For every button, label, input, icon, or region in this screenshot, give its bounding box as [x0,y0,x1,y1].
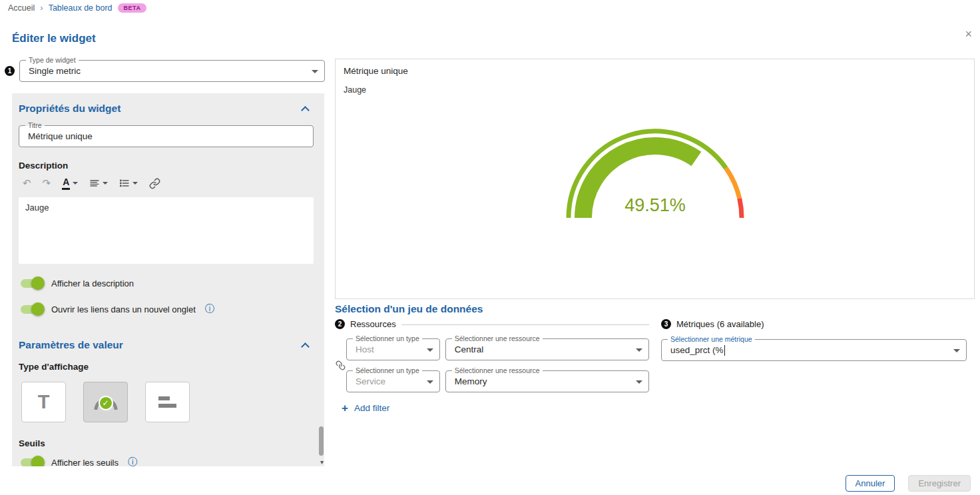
resource-type-select-2-label: Sélectionner un type [353,366,422,375]
resource-type-select-2-value: Service [356,376,385,386]
resource-type-select-1-label: Sélectionner un type [353,334,422,343]
info-icon[interactable]: ⓘ [205,303,214,315]
show-thresholds-toggle[interactable] [21,458,43,467]
resources-subheader: 2 Ressources [335,319,649,329]
caret-down-icon [953,349,960,352]
plus-icon: + [342,402,348,414]
resource-select-1[interactable]: Sélectionner une ressource Central [445,338,649,360]
footer-actions: Annuler Enregistrer [846,475,971,492]
page-title: Éditer le widget [12,32,96,45]
resource-row: Sélectionner un type Host Sélectionner u… [346,338,649,360]
step-3-badge: 3 [661,319,671,329]
chevron-up-icon[interactable] [301,342,310,351]
display-type-bar-button[interactable] [145,382,190,422]
resources-column: 2 Ressources Sélectionner un type Host S… [335,319,649,414]
display-type-gauge-button[interactable]: ✓ [83,382,128,422]
beta-badge: BETA [118,3,147,13]
display-type-label: Type d'affichage [19,362,314,372]
resource-rows: Sélectionner un type Host Sélectionner u… [346,338,649,392]
resource-select-2-value: Memory [455,376,487,386]
metrics-column: 3 Métriques (6 available) Sélectionner u… [661,319,975,361]
add-filter-button[interactable]: + Add filter [342,402,649,414]
list-button[interactable] [119,178,138,189]
metrics-subheader: 3 Métriques (6 available) [661,319,975,329]
show-description-row: Afficher la description [19,278,314,288]
align-icon [89,178,100,189]
chevron-up-icon[interactable] [301,106,310,115]
preview-title: Métrique unique [344,66,966,76]
breadcrumb: Accueil › Tableaux de bord BETA [8,3,146,13]
resource-select-2-label: Sélectionner une ressource [452,366,543,375]
save-button[interactable]: Enregistrer [908,475,971,492]
resource-select-1-label: Sélectionner une ressource [452,334,543,343]
add-filter-label: Add filter [354,403,389,413]
caret-down-icon [103,182,108,185]
metric-select[interactable]: Sélectionner une métrique used_prct (% [661,339,967,361]
gauge-value: 49.51% [624,195,686,215]
list-icon [119,178,130,189]
description-label: Description [19,161,314,171]
value-params-section-header[interactable]: Paramètres de valeur [19,339,314,351]
divider [401,324,649,325]
metric-select-value: used_prct (% [670,345,724,355]
resource-type-select-2[interactable]: Sélectionner un type Service [346,370,440,392]
dataset-heading: Sélection d'un jeu de données [335,303,975,315]
open-links-label: Ouvrir les liens dans un nouvel onglet [51,304,196,314]
step-1-badge: 1 [5,66,15,76]
gauge-threshold-arc-warning [726,168,739,198]
caret-down-icon [312,70,318,73]
caret-down-icon [636,348,642,352]
resource-type-select-1-value: Host [356,344,374,354]
undo-icon[interactable]: ↶ [23,177,31,189]
value-params-heading: Paramètres de valeur [19,339,123,351]
show-description-label: Afficher la description [51,278,134,288]
description-textarea[interactable]: Jauge [19,197,314,264]
rich-text-toolbar: ↶ ↷ A [23,176,314,191]
scroll-down-icon[interactable]: ▾ [320,459,324,466]
show-thresholds-row: Afficher les seuils ⓘ [19,456,314,466]
breadcrumb-current-link[interactable]: Tableaux de bord [49,3,113,13]
widget-type-row: 1 Type de widget Single metric [5,60,325,82]
widget-settings-panel: Propriétés du widget Titre Métrique uniq… [12,93,324,466]
metrics-label: Métriques (6 available) [676,319,764,329]
align-button[interactable] [89,178,108,189]
title-input-value: Métrique unique [28,131,93,141]
open-links-toggle[interactable] [21,305,43,314]
caret-down-icon [636,380,642,384]
properties-heading: Propriétés du widget [19,103,121,115]
widget-type-select[interactable]: Type de widget Single metric [19,60,325,82]
resource-select-2[interactable]: Sélectionner une ressource Memory [445,370,649,392]
display-type-options: T ✓ [21,382,314,422]
caret-down-icon [427,380,433,384]
resource-row: Sélectionner un type Service Sélectionne… [346,370,649,392]
widget-type-select-value: Single metric [29,66,81,76]
link-button[interactable] [149,178,160,189]
properties-section-header[interactable]: Propriétés du widget [19,103,314,115]
chevron-right-icon: › [40,3,43,13]
thresholds-label: Seuils [19,438,314,448]
step-2-badge: 2 [335,319,345,329]
title-input-label: Titre [25,121,45,130]
breadcrumb-home-link[interactable]: Accueil [8,3,35,13]
gauge-chart: 49.51% [562,122,748,226]
widget-type-select-label: Type de widget [26,56,79,65]
metric-select-label: Sélectionner une métrique [668,335,755,344]
cancel-button[interactable]: Annuler [846,475,895,492]
dataset-section: Sélection d'un jeu de données 2 Ressourc… [335,303,975,456]
redo-icon[interactable]: ↷ [43,177,51,189]
caret-down-icon [427,348,433,352]
caret-down-icon [132,182,138,185]
description-text: Jauge [25,203,49,213]
resource-type-select-1[interactable]: Sélectionner un type Host [346,338,440,360]
info-icon[interactable]: ⓘ [128,456,137,466]
show-description-toggle[interactable] [21,279,43,288]
close-icon[interactable]: × [965,28,972,40]
title-input[interactable]: Titre Métrique unique [19,125,314,147]
preview-description: Jauge [344,85,966,95]
widget-preview-panel: Métrique unique Jauge 49.51% [335,59,975,299]
text-color-icon: A [62,177,70,189]
text-color-button[interactable]: A [62,177,78,189]
display-type-text-button[interactable]: T [21,382,66,422]
show-thresholds-label: Afficher les seuils [51,458,119,467]
scrollbar-thumb[interactable] [319,426,324,456]
